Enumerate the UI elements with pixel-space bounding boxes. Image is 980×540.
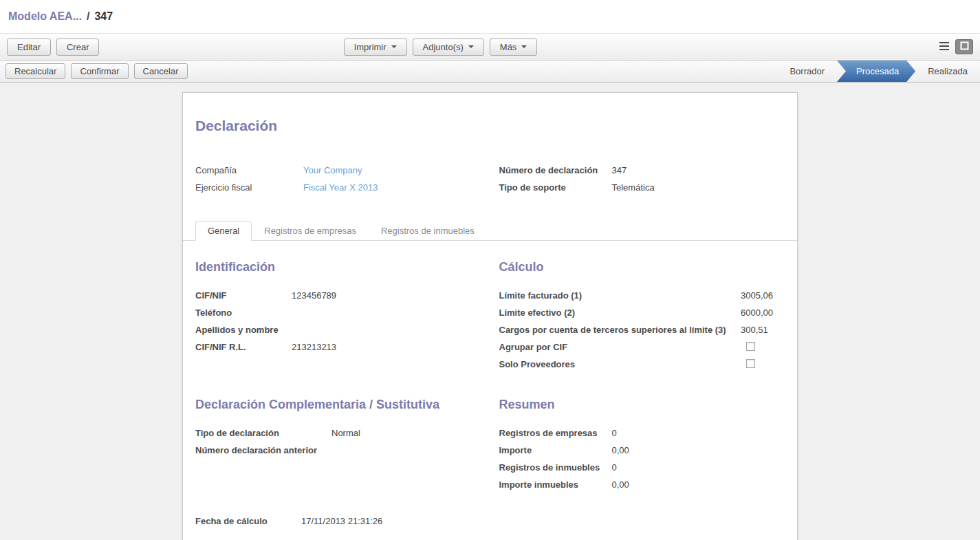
caret-down-icon [468, 45, 474, 48]
section-row-1: Identificación CIF/NIF 123456789 Teléfon… [195, 260, 785, 373]
more-label: Más [500, 42, 517, 52]
ejercicio-fiscal-value-link[interactable]: Fiscal Year X 2013 [303, 182, 378, 193]
status-borrador[interactable]: Borrador [777, 61, 837, 82]
field-importe: Importe 0,00 [499, 442, 785, 459]
numero-declaracion-label: Número de declaración [499, 165, 612, 175]
tipo-declaracion-label: Tipo de declaración [195, 428, 331, 438]
more-dropdown-button[interactable]: Más [490, 39, 538, 56]
cancel-button[interactable]: Cancelar [134, 63, 188, 79]
recalculate-button[interactable]: Recalcular [6, 63, 65, 79]
tab-registros-empresas[interactable]: Registros de empresas [252, 221, 369, 241]
breadcrumb-parent-link[interactable]: Modelo AEA... [8, 10, 82, 23]
print-label: Imprimir [354, 42, 386, 52]
header-right-column: Número de declaración 347 Tipo de soport… [499, 162, 785, 196]
notebook-tabs: General Registros de empresas Registros … [183, 221, 797, 241]
attachments-dropdown-button[interactable]: Adjunto(s) [413, 39, 484, 56]
create-button[interactable]: Crear [56, 39, 100, 56]
section-resumen: Resumen Registros de empresas 0 Importe … [499, 398, 785, 493]
attachments-label: Adjunto(s) [423, 42, 464, 52]
tab-general[interactable]: General [195, 221, 252, 241]
field-agrupar-por-cif: Agrupar por CIF [499, 338, 785, 356]
action-buttons-group: Recalcular Confirmar Cancelar [6, 61, 188, 82]
form-sheet: Declaración Compañía Your Company Ejerci… [182, 92, 798, 540]
field-importe-inmuebles: Importe inmuebles 0,00 [499, 476, 785, 493]
agrupar-por-cif-label: Agrupar por CIF [499, 342, 568, 352]
field-apellidos-nombre: Apellidos y nombre [195, 321, 481, 338]
registros-empresas-label: Registros de empresas [499, 428, 612, 438]
complementaria-title: Declaración Complementaria / Sustitutiva [195, 398, 481, 412]
list-icon [939, 42, 949, 52]
tab-registros-inmuebles[interactable]: Registros de inmuebles [369, 221, 487, 241]
calculo-title: Cálculo [499, 260, 785, 274]
cif-nif-rl-label: CIF/NIF R.L. [195, 342, 292, 352]
field-tipo-declaracion: Tipo de declaración Normal [195, 424, 481, 442]
field-tipo-soporte: Tipo de soporte Telemática [499, 179, 785, 196]
tipo-soporte-value: Telemática [612, 182, 655, 193]
ejercicio-fiscal-label: Ejercicio fiscal [195, 182, 303, 193]
field-numero-declaracion-anterior: Número declaración anterior [195, 442, 481, 459]
toolbar-left-group: Editar Crear [7, 39, 344, 56]
compania-value-link[interactable]: Your Company [303, 165, 362, 175]
limite-facturado-label: Límite facturado (1) [499, 290, 582, 301]
importe-value: 0,00 [612, 445, 629, 455]
header-left-column: Compañía Your Company Ejercicio fiscal F… [195, 162, 481, 196]
list-view-button[interactable] [935, 39, 953, 54]
importe-label: Importe [499, 445, 612, 455]
toolbar-center-group: Imprimir Adjunto(s) Más [344, 39, 538, 56]
tab-content-general: Identificación CIF/NIF 123456789 Teléfon… [195, 241, 785, 530]
toolbar-right-group [636, 39, 973, 54]
cargos-terceros-label: Cargos por cuenta de terceros superiores… [499, 325, 726, 335]
section-identificacion: Identificación CIF/NIF 123456789 Teléfon… [195, 260, 481, 373]
breadcrumb-separator: / [87, 10, 89, 23]
registros-empresas-value: 0 [612, 428, 617, 438]
field-cif-nif: CIF/NIF 123456789 [195, 287, 481, 304]
registros-inmuebles-value: 0 [612, 462, 617, 473]
field-limite-facturado: Límite facturado (1) 3005,06 [499, 287, 785, 304]
sheet-title: Declaración [195, 118, 785, 134]
solo-proveedores-box [741, 359, 785, 370]
field-registros-inmuebles: Registros de inmuebles 0 [499, 459, 785, 476]
main-toolbar: Editar Crear Imprimir Adjunto(s) Más [0, 33, 980, 61]
field-numero-declaracion: Número de declaración 347 [499, 162, 785, 179]
limite-facturado-value: 3005,06 [741, 290, 785, 301]
registros-inmuebles-label: Registros de inmuebles [499, 462, 612, 473]
caret-down-icon [391, 45, 397, 48]
compania-label: Compañía [195, 165, 303, 175]
print-dropdown-button[interactable]: Imprimir [344, 39, 407, 56]
statusbar: Borrador Procesada Realizada [777, 61, 980, 82]
status-procesada[interactable]: Procesada [837, 61, 915, 82]
limite-efectivo-label: Límite efectivo (2) [499, 307, 576, 318]
view-switcher [935, 39, 973, 54]
section-row-2: Declaración Complementaria / Sustitutiva… [195, 398, 785, 493]
content-area: Declaración Compañía Your Company Ejerci… [0, 83, 980, 540]
odoo-window: Modelo AEA... / 347 Editar Crear Imprimi… [0, 0, 980, 540]
tipo-declaracion-value: Normal [331, 428, 360, 438]
breadcrumb: Modelo AEA... / 347 [0, 0, 980, 33]
solo-proveedores-checkbox[interactable] [746, 359, 755, 368]
header-field-group: Compañía Your Company Ejercicio fiscal F… [195, 162, 785, 196]
field-cargos-terceros: Cargos por cuenta de terceros superiores… [499, 321, 785, 338]
section-calculo: Cálculo Límite facturado (1) 3005,06 Lím… [499, 260, 785, 373]
cif-nif-label: CIF/NIF [195, 290, 292, 301]
field-telefono: Teléfono [195, 304, 481, 321]
fecha-calculo-label: Fecha de cálculo [195, 516, 301, 526]
field-ejercicio-fiscal: Ejercicio fiscal Fiscal Year X 2013 [195, 179, 481, 196]
cif-nif-rl-value: 213213213 [292, 342, 336, 352]
form-icon [960, 41, 969, 52]
limite-efectivo-value: 6000,00 [741, 307, 785, 318]
tipo-soporte-label: Tipo de soporte [499, 182, 612, 193]
confirm-button[interactable]: Confirmar [71, 63, 128, 79]
status-realizada[interactable]: Realizada [915, 61, 980, 82]
telefono-label: Teléfono [195, 307, 292, 318]
cif-nif-value: 123456789 [292, 290, 336, 301]
importe-inmuebles-value: 0,00 [612, 479, 629, 490]
field-solo-proveedores: Solo Proveedores [499, 356, 785, 373]
section-complementaria: Declaración Complementaria / Sustitutiva… [195, 398, 481, 493]
agrupar-por-cif-checkbox[interactable] [746, 342, 755, 351]
numero-declaracion-value: 347 [612, 165, 627, 175]
cargos-terceros-value: 300,51 [741, 325, 785, 335]
form-view-button[interactable] [955, 39, 973, 54]
field-compania: Compañía Your Company [195, 162, 481, 179]
edit-button[interactable]: Editar [7, 39, 51, 56]
fecha-calculo-value: 17/11/2013 21:31:26 [301, 516, 382, 526]
